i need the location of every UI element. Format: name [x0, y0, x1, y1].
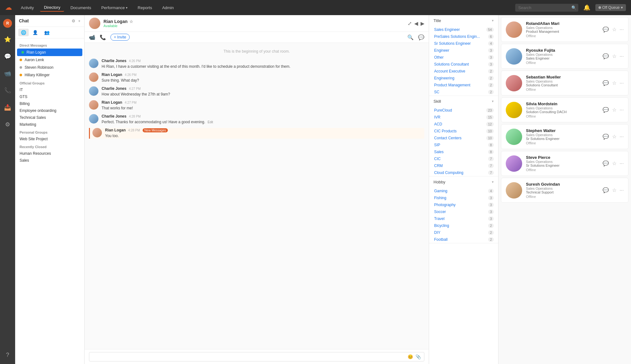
- filter-item[interactable]: CIC Products 10: [429, 128, 498, 135]
- filter-item[interactable]: Engineering 2: [429, 75, 498, 82]
- chat-input-box[interactable]: 😊 📎: [89, 352, 424, 361]
- filter-item[interactable]: PureCloud 23: [429, 107, 498, 114]
- edit-label[interactable]: Edit: [208, 120, 213, 124]
- inbox-icon[interactable]: 📥: [2, 102, 13, 113]
- star-icon[interactable]: ☆: [612, 107, 616, 113]
- filter-item[interactable]: Engineer 3: [429, 47, 498, 54]
- tab-group[interactable]: 👥: [42, 29, 52, 36]
- notifications-bell[interactable]: 🔔: [581, 3, 593, 12]
- tab-globe[interactable]: 🌐: [18, 29, 29, 36]
- message-icon[interactable]: 💬: [603, 187, 609, 193]
- filter-item[interactable]: Gaming 4: [429, 188, 498, 194]
- filter-item[interactable]: Fishing 3: [429, 194, 498, 201]
- message-icon[interactable]: 💬: [603, 26, 609, 32]
- settings-icon[interactable]: ⚙: [3, 119, 12, 130]
- filter-item[interactable]: CIC 7: [429, 155, 498, 162]
- star-icon[interactable]: ☆: [612, 80, 616, 86]
- filter-item[interactable]: Sales 8: [429, 148, 498, 155]
- group-item-technical-sales[interactable]: Technical Sales: [15, 114, 84, 121]
- group-item-billing[interactable]: Billing: [15, 100, 84, 107]
- message-icon[interactable]: 💬: [603, 80, 609, 86]
- nav-item-activity[interactable]: Activity: [17, 4, 38, 11]
- phone-icon[interactable]: 📞: [2, 85, 13, 96]
- group-item-gts[interactable]: GTS: [15, 93, 84, 100]
- attachment-icon[interactable]: 📎: [416, 354, 421, 359]
- more-icon[interactable]: ···: [620, 54, 624, 59]
- chat-icon[interactable]: 💬: [2, 51, 13, 62]
- dm-item-steven-robinson[interactable]: Steven Robinson: [15, 64, 84, 71]
- filter-item[interactable]: SIP 8: [429, 142, 498, 148]
- more-icon[interactable]: ···: [620, 188, 624, 193]
- message-icon[interactable]: 💬: [603, 53, 609, 59]
- user-avatar[interactable]: R: [3, 19, 12, 28]
- message-icon[interactable]: 💬: [603, 134, 609, 140]
- nav-item-performance[interactable]: Performance ▾: [97, 4, 131, 11]
- nav-item-admin[interactable]: Admin: [158, 4, 178, 11]
- filter-item[interactable]: Other 3: [429, 54, 498, 61]
- filter-item[interactable]: Product Management 2: [429, 82, 498, 89]
- more-icon[interactable]: ···: [620, 161, 624, 166]
- filter-item[interactable]: Sr Solutions Engineer 4: [429, 40, 498, 47]
- chat-message-input[interactable]: [92, 355, 408, 359]
- settings-icon[interactable]: ⚙: [72, 19, 75, 23]
- filter-item[interactable]: Travel 3: [429, 215, 498, 222]
- star-icon[interactable]: ☆: [612, 187, 616, 193]
- filter-item[interactable]: Soccer 3: [429, 208, 498, 215]
- filter-item[interactable]: DIY 2: [429, 229, 498, 236]
- filter-item[interactable]: Sales Engineer 54: [429, 26, 498, 33]
- add-chat-icon[interactable]: +: [78, 19, 80, 23]
- video-call-icon[interactable]: 📹: [89, 34, 95, 40]
- star-icon[interactable]: ☆: [612, 26, 616, 32]
- group-item-marketing[interactable]: Marketing: [15, 121, 84, 128]
- message-icon[interactable]: 💬: [603, 160, 609, 166]
- more-icon[interactable]: ···: [620, 107, 624, 113]
- filter-header-skill[interactable]: Skill ▾: [429, 96, 498, 107]
- filter-item[interactable]: Contact Centers 10: [429, 135, 498, 142]
- more-icon[interactable]: ···: [620, 80, 624, 86]
- filter-item[interactable]: Account Executive 2: [429, 68, 498, 75]
- group-item-human-resources[interactable]: Human Resources: [15, 150, 84, 157]
- filter-item[interactable]: SC 2: [429, 89, 498, 95]
- nav-item-documents[interactable]: Documents: [67, 4, 95, 11]
- filter-item[interactable]: PreSales Solutions Engin... 6: [429, 33, 498, 40]
- filter-item[interactable]: Bicycling 2: [429, 222, 498, 229]
- expand-icon[interactable]: ⤢: [408, 20, 412, 26]
- filter-header-title[interactable]: Title ▾: [429, 15, 498, 26]
- more-icon[interactable]: ···: [620, 27, 624, 32]
- help-icon[interactable]: ?: [4, 350, 11, 360]
- status-indicator[interactable]: Off Queue ▾: [595, 4, 626, 11]
- forward-icon[interactable]: ▶: [421, 20, 424, 26]
- star-icon[interactable]: ☆: [612, 160, 616, 166]
- group-item-web-site[interactable]: Web Site Project: [15, 136, 84, 142]
- emoji-icon[interactable]: 😊: [408, 354, 413, 359]
- star-icon[interactable]: ☆: [612, 134, 616, 140]
- search-icon[interactable]: 🔍: [407, 34, 414, 40]
- nav-item-directory[interactable]: Directory: [40, 4, 64, 12]
- group-item-sales[interactable]: Sales: [15, 157, 84, 164]
- filter-header-hobby[interactable]: Hobby ▾: [429, 176, 498, 188]
- filter-item[interactable]: Solutions Consultant 3: [429, 61, 498, 68]
- group-item-it[interactable]: IT: [15, 86, 84, 93]
- filter-item[interactable]: Football 2: [429, 236, 498, 243]
- filter-item[interactable]: CRM 7: [429, 162, 498, 169]
- dm-item-hillary-killinger[interactable]: Hillary Killinger: [15, 71, 84, 79]
- filter-item[interactable]: Photography 3: [429, 201, 498, 208]
- dm-item-rian-logan[interactable]: Rian Logan: [17, 49, 82, 56]
- nav-item-reports[interactable]: Reports: [134, 4, 156, 11]
- tab-person[interactable]: 👤: [30, 29, 40, 36]
- home-icon[interactable]: ⭐: [2, 34, 13, 45]
- more-icon[interactable]: 💬: [418, 34, 424, 40]
- global-search[interactable]: 🔍: [515, 4, 578, 12]
- group-item-employee-onboarding[interactable]: Employee onboarding: [15, 107, 84, 114]
- more-icon[interactable]: ···: [620, 134, 624, 140]
- filter-item[interactable]: Cloud Computing 7: [429, 169, 498, 176]
- back-icon[interactable]: ◀: [414, 20, 418, 26]
- filter-item[interactable]: ACD 12: [429, 121, 498, 128]
- search-input[interactable]: [518, 5, 569, 10]
- video-icon[interactable]: 📹: [2, 68, 13, 79]
- star-icon[interactable]: ☆: [129, 19, 133, 24]
- phone-call-icon[interactable]: 📞: [100, 34, 106, 40]
- star-icon[interactable]: ☆: [612, 53, 616, 59]
- dm-item-aaron-lenk[interactable]: Aaron Lenk: [15, 56, 84, 64]
- invite-button[interactable]: + Invite: [110, 34, 130, 41]
